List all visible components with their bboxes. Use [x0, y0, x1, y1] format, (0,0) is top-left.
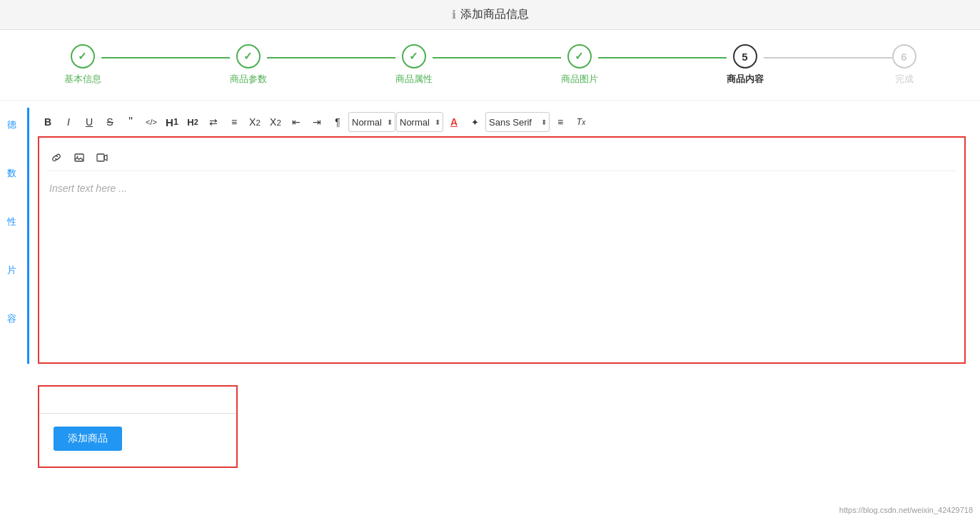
svg-rect-2 — [97, 154, 104, 161]
step-1: ✓ 基本信息 — [64, 44, 101, 86]
step-line-3 — [433, 57, 561, 58]
svg-point-1 — [77, 156, 79, 158]
unordered-list-button[interactable]: ≡ — [224, 112, 244, 132]
font-highlight-button[interactable]: ✦ — [465, 112, 485, 132]
step-5: 5 商品内容 — [727, 44, 764, 86]
add-product-button[interactable]: 添加商品 — [54, 427, 122, 451]
font-family-select-wrapper[interactable]: Sans Serif — [485, 112, 550, 132]
svg-rect-0 — [75, 154, 84, 161]
bottom-form-actions: 添加商品 — [39, 414, 236, 467]
toolbar-row1: B I U S " </> H1 H2 ⇄ ≡ X2 X2 ⇤ ⇥ ¶ Norm… — [38, 108, 966, 136]
editor-box: Insert text here ... — [38, 136, 966, 364]
sidebar-label-2: 数 — [7, 167, 27, 180]
product-input[interactable] — [39, 387, 236, 414]
step-4-label: 商品图片 — [561, 73, 598, 86]
format-select-2[interactable]: Normal — [396, 112, 443, 132]
editor-container: B I U S " </> H1 H2 ⇄ ≡ X2 X2 ⇤ ⇥ ¶ Norm… — [38, 108, 966, 364]
step-4: ✓ 商品图片 — [561, 44, 598, 86]
sidebar-label-5: 容 — [7, 312, 27, 325]
strikethrough-button[interactable]: S — [100, 112, 120, 132]
clear-format-button[interactable]: Tx — [571, 112, 591, 132]
underline-button[interactable]: U — [79, 112, 99, 132]
sidebar-label-3: 性 — [7, 215, 27, 228]
h2-button[interactable]: H2 — [183, 112, 203, 132]
code-button[interactable]: </> — [141, 112, 161, 132]
step-3: ✓ 商品属性 — [395, 44, 433, 86]
page-header: ℹ 添加商品信息 — [0, 0, 980, 30]
paragraph-button[interactable]: ¶ — [328, 112, 348, 132]
step-5-label: 商品内容 — [727, 73, 764, 86]
step-2-circle: ✓ — [236, 44, 261, 68]
step-1-label: 基本信息 — [64, 73, 101, 86]
page-title: 添加商品信息 — [460, 7, 529, 22]
step-4-circle: ✓ — [567, 44, 592, 68]
step-1-circle: ✓ — [71, 44, 95, 68]
bold-button[interactable]: B — [38, 112, 58, 132]
step-line-5 — [764, 57, 892, 58]
step-2: ✓ 商品参数 — [230, 44, 267, 86]
bottom-form: 添加商品 — [38, 385, 238, 468]
indent-button[interactable]: ⇥ — [307, 112, 327, 132]
step-line-1 — [101, 57, 230, 58]
font-family-select[interactable]: Sans Serif — [485, 112, 550, 132]
sidebar-divider — [27, 108, 29, 364]
subscript-button[interactable]: X2 — [245, 112, 265, 132]
sidebar-labels: 德 数 性 片 容 — [7, 108, 27, 364]
format-select-wrapper-2[interactable]: Normal — [396, 112, 443, 132]
step-2-label: 商品参数 — [230, 73, 267, 86]
editor-content[interactable]: Insert text here ... — [46, 177, 957, 355]
sidebar-label-4: 片 — [7, 264, 27, 277]
italic-button[interactable]: I — [59, 112, 79, 132]
step-6: 6 完成 — [892, 44, 916, 86]
bottom-form-container: 添加商品 — [38, 385, 238, 468]
sidebar-label-1: 德 — [7, 118, 27, 131]
page-wrapper: ℹ 添加商品信息 ✓ 基本信息 ✓ 商品参数 ✓ 商品属性 ✓ 商品图片 5 — [0, 0, 980, 520]
step-5-circle: 5 — [733, 44, 757, 68]
format-select-1[interactable]: Normal — [348, 112, 395, 132]
steps-container: ✓ 基本信息 ✓ 商品参数 ✓ 商品属性 ✓ 商品图片 5 商品内容 6 — [0, 30, 980, 101]
step-6-circle: 6 — [892, 44, 916, 68]
info-icon: ℹ — [452, 8, 456, 21]
editor-toolbar-row2 — [46, 145, 957, 171]
ordered-list-button[interactable]: ⇄ — [203, 112, 223, 132]
step-3-label: 商品属性 — [395, 73, 433, 86]
blockquote-button[interactable]: " — [121, 112, 141, 132]
step-line-4 — [598, 57, 727, 58]
font-color-button[interactable]: A — [444, 112, 464, 132]
watermark: https://blog.csdn.net/weixin_42429718 — [839, 506, 973, 514]
format-select-wrapper-1[interactable]: Normal — [348, 112, 395, 132]
step-3-circle: ✓ — [402, 44, 426, 68]
align-button[interactable]: ≡ — [550, 112, 570, 132]
superscript-button[interactable]: X2 — [266, 112, 286, 132]
outdent-button[interactable]: ⇤ — [286, 112, 306, 132]
link-button[interactable] — [46, 148, 66, 168]
image-button[interactable] — [69, 148, 89, 168]
h1-button[interactable]: H1 — [162, 112, 182, 132]
step-6-label: 完成 — [895, 73, 914, 86]
video-button[interactable] — [92, 148, 112, 168]
step-line-2 — [267, 57, 395, 58]
